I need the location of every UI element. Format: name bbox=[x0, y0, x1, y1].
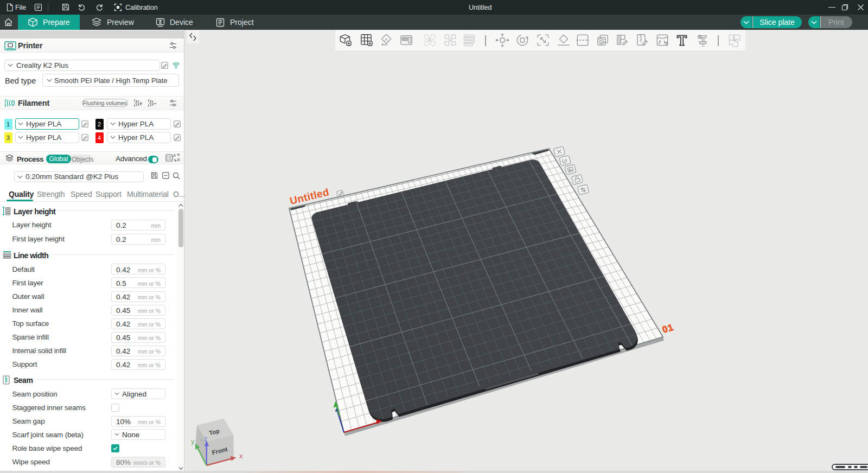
svg-text:x: x bbox=[239, 452, 243, 460]
svg-text:y: y bbox=[191, 437, 195, 445]
svg-text:B: B bbox=[177, 157, 180, 162]
svg-text:01: 01 bbox=[661, 322, 675, 335]
svg-text:z: z bbox=[204, 434, 208, 443]
svg-text:A: A bbox=[173, 153, 176, 158]
